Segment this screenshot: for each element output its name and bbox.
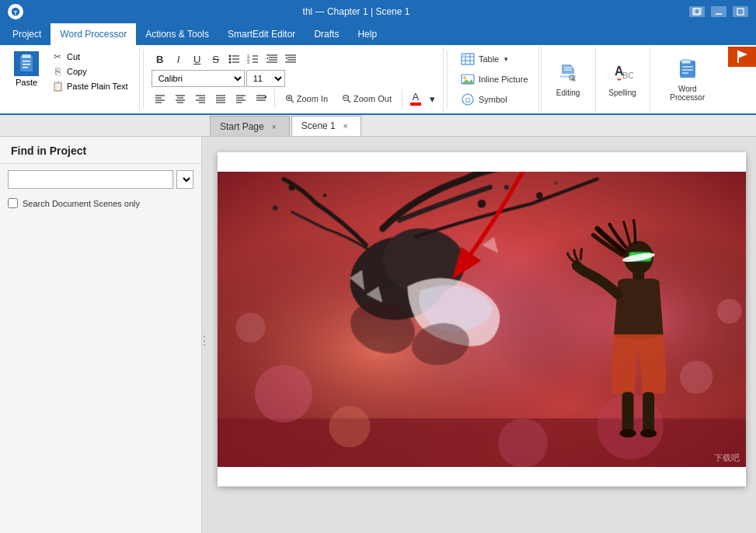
svg-point-13 — [228, 58, 231, 61]
svg-point-107 — [288, 184, 295, 191]
copy-button[interactable]: ⎘ Copy — [48, 64, 131, 78]
sidebar: Find in Project Search Document Scenes o… — [0, 137, 202, 533]
tab-start-page[interactable]: Start Page × — [210, 116, 290, 136]
ribbon-right-groups: Editing A BC Spelling — [541, 47, 725, 112]
svg-marker-27 — [267, 57, 268, 60]
menu-help[interactable]: Help — [348, 23, 386, 45]
tab-start-page-close[interactable]: × — [269, 121, 280, 132]
svg-point-98 — [235, 313, 265, 343]
outdent-button[interactable] — [282, 51, 299, 68]
symbol-icon: Ω — [461, 92, 475, 106]
inline-picture-label: Inline Picture — [479, 75, 528, 84]
svg-point-108 — [273, 205, 277, 210]
svg-point-105 — [536, 192, 543, 199]
search-options-dropdown[interactable] — [176, 170, 193, 189]
svg-point-104 — [503, 185, 508, 190]
zoom-in-button[interactable]: Zoom In — [280, 92, 333, 106]
title-bar: T thl — Chapter 1 | Scene 1 — [0, 0, 756, 23]
editing-label: Editing — [556, 89, 580, 97]
maximize-button[interactable] — [733, 6, 748, 17]
svg-text:T: T — [14, 9, 18, 16]
flag-area — [728, 45, 756, 113]
zoom-in-label: Zoom In — [297, 94, 328, 103]
menu-project[interactable]: Project — [3, 23, 51, 45]
window-title: thl — Chapter 1 | Scene 1 — [23, 6, 689, 17]
menu-bar: Project Word Processor Actions & Tools S… — [0, 23, 756, 45]
menu-smartedit-editor[interactable]: SmartEdit Editor — [218, 23, 305, 45]
find-in-project-input[interactable] — [8, 170, 173, 189]
minimize-button[interactable] — [711, 6, 726, 17]
paste-plain-button[interactable]: 📋 Paste Plain Text — [48, 79, 131, 93]
ribbon-group-insert: Table ▾ Inline Picture Ω — [451, 47, 539, 112]
sidebar-search-area — [0, 164, 201, 195]
svg-point-99 — [716, 298, 741, 323]
symbol-button[interactable]: Ω Symbol — [455, 90, 534, 109]
bold-button[interactable]: B — [152, 51, 169, 68]
word-processor-group[interactable]: Word Processor — [650, 47, 725, 112]
inline-picture-icon — [461, 72, 475, 86]
menu-word-processor[interactable]: Word Processor — [51, 23, 136, 45]
paste-plain-icon: 📋 — [51, 80, 64, 92]
svg-point-71 — [463, 76, 466, 79]
svg-point-95 — [329, 406, 370, 448]
paste-button[interactable]: Paste — [8, 50, 45, 89]
inline-picture-button[interactable]: Inline Picture — [455, 70, 534, 89]
menu-actions-tools[interactable]: Actions & Tools — [136, 23, 218, 45]
indent-button[interactable] — [263, 51, 280, 68]
tab-scene-1-label: Scene 1 — [301, 120, 336, 131]
font-color-swatch — [410, 103, 421, 106]
restore-button[interactable] — [689, 6, 705, 17]
ribbon: Paste ✂ Cut ⎘ Copy 📋 Paste Plain Text — [0, 45, 756, 115]
word-processor-label: Word Processor — [661, 85, 714, 102]
align-left-button[interactable] — [152, 90, 169, 107]
svg-rect-84 — [681, 60, 691, 64]
ribbon-group-format: B I U S 1.2.3. Calibri — [147, 47, 444, 112]
editing-group[interactable]: Editing — [542, 47, 596, 112]
underline-button[interactable]: U — [189, 51, 206, 68]
word-processor-icon — [677, 57, 699, 83]
strikethrough-button[interactable]: S — [207, 51, 225, 68]
svg-rect-7 — [22, 54, 31, 58]
tab-scene-1[interactable]: Scene 1 × — [291, 116, 361, 136]
search-document-scenes-checkbox[interactable] — [8, 198, 18, 208]
spelling-group[interactable]: A BC Spelling — [596, 47, 650, 112]
svg-point-103 — [477, 200, 486, 208]
svg-point-109 — [323, 194, 326, 197]
font-color-dropdown[interactable]: ▾ — [427, 90, 438, 107]
document-page: 下载吧 — [218, 152, 746, 486]
main-area: Find in Project Search Document Scenes o… — [0, 137, 756, 533]
watermark: 下载吧 — [714, 452, 740, 464]
zoom-out-button[interactable]: Zoom Out — [336, 92, 397, 106]
svg-line-62 — [348, 100, 351, 103]
svg-marker-72 — [462, 79, 474, 84]
copy-icon: ⎘ — [51, 65, 64, 78]
svg-marker-76 — [562, 64, 574, 74]
font-size-selector[interactable]: 11 — [246, 70, 285, 87]
menu-drafts[interactable]: Drafts — [305, 23, 348, 45]
font-selector[interactable]: Calibri — [152, 70, 245, 87]
table-icon — [461, 52, 475, 66]
spelling-icon: A BC — [611, 61, 633, 87]
align-center-button[interactable] — [172, 90, 189, 107]
align-block-button[interactable] — [232, 90, 249, 107]
svg-rect-121 — [622, 392, 633, 434]
table-label: Table — [479, 54, 499, 64]
font-color-button[interactable]: A — [407, 89, 424, 108]
svg-point-94 — [254, 364, 312, 422]
tab-scene-1-close[interactable]: × — [340, 120, 351, 131]
flag-button[interactable] — [728, 47, 756, 67]
svg-text:3.: 3. — [247, 60, 250, 64]
svg-point-15 — [228, 61, 231, 64]
italic-button[interactable]: I — [170, 51, 187, 68]
align-right-button[interactable] — [192, 90, 209, 107]
table-button[interactable]: Table ▾ — [455, 50, 534, 68]
line-spacing-button[interactable] — [253, 90, 270, 107]
table-dropdown-icon[interactable]: ▾ — [504, 55, 508, 63]
cut-button[interactable]: ✂ Cut — [48, 50, 131, 64]
svg-point-124 — [640, 429, 657, 437]
numbered-list-button[interactable]: 1.2.3. — [245, 51, 262, 68]
justify-button[interactable] — [212, 90, 229, 107]
svg-rect-9 — [23, 64, 30, 65]
window-controls — [689, 6, 748, 17]
bullets-button[interactable] — [226, 51, 243, 68]
